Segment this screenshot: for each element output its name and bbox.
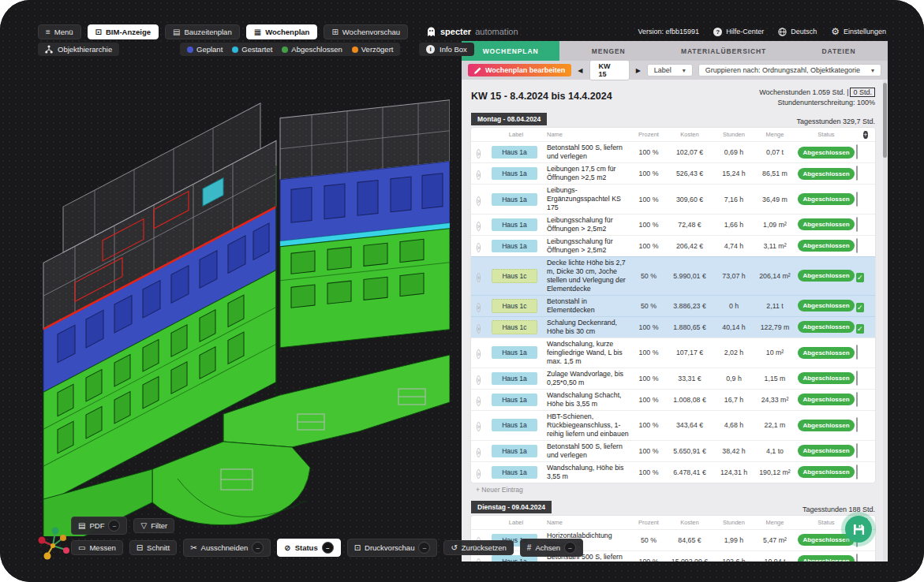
label-filter-dropdown[interactable]: Label ▾ [647,64,693,76]
row-checkbox[interactable] [856,345,858,360]
expand-row-icon[interactable]: › [477,222,481,231]
task-percent: 50 % [632,302,665,310]
task-percent: 100 % [632,196,665,203]
week-selector[interactable]: KW 15 [589,60,630,80]
axes-icon: # [527,543,532,552]
object-hierarchy-button[interactable]: Objekthierarchie [38,43,119,56]
nav-wochenvorschau[interactable]: ⊞Wochenvorschau [324,24,408,39]
table-row[interactable]: › Haus 1a Leibungen 17,5 cm für Öffnunge… [471,162,875,184]
row-checkbox[interactable]: ✓ [856,303,864,312]
expand-row-icon[interactable]: › [477,448,481,457]
messen-button[interactable]: ▭Messen [71,540,123,555]
table-row[interactable]: › Haus 1a Leibungs-Ergänzungsspachtel KS… [471,184,875,214]
add-entry-icon[interactable]: + [863,131,867,139]
table-row[interactable]: › Haus 1a Wandschalung, Höhe bis 3,55 m … [471,461,875,483]
table-row[interactable]: › Haus 1c Schalung Deckenrand, Höhe bis … [471,316,875,338]
scrollbar-thumb[interactable] [883,83,887,158]
zurücksetzen-button[interactable]: ↺Zurücksetzen [443,540,513,555]
new-entry-button[interactable]: + Neuer Eintrag [471,483,875,497]
table-row[interactable]: › Haus 1a Zulage Wandvorlage, bis 0,25*0… [471,367,875,389]
row-checkbox[interactable] [856,238,858,253]
expand-row-icon[interactable]: › [477,303,481,312]
legend-label: Abgeschlossen [291,45,342,54]
tool-option-badge[interactable]: – [252,542,264,554]
row-checkbox[interactable]: ✓ [856,273,864,282]
table-row[interactable]: › Haus 1a Leibungsschalung für Öffnungen… [471,235,875,256]
menu-button[interactable]: ≡ Menü [38,24,81,39]
tool-option-badge[interactable]: – [322,542,334,554]
settings-button[interactable]: ⚙ Einstellungen [831,26,886,37]
nav-wochenplan[interactable]: ▦Wochenplan [246,24,318,39]
expand-row-icon[interactable]: › [477,422,481,431]
table-row[interactable]: › Haus 1a Wandschalung, kurze feingliedr… [471,338,875,367]
task-percent: 100 % [632,221,665,229]
filter-button[interactable]: ▽Filter [133,518,174,533]
expand-row-icon[interactable]: › [477,170,481,180]
nav-bim-anzeige[interactable]: ⊡BIM-Anzeige [88,24,159,39]
table-row[interactable]: › Haus 1a Wandschalung Schacht, Höhe bis… [471,389,875,410]
row-checkbox[interactable] [856,417,858,432]
tool-option-badge[interactable]: – [418,542,430,554]
expand-row-icon[interactable]: › [477,324,481,334]
expand-row-icon[interactable]: › [477,149,481,159]
task-quantity: 1,15 m [754,375,796,382]
row-checkbox[interactable] [856,166,858,181]
tab-materialübersicht[interactable]: MATERIALÜBERSICHT [657,41,790,61]
row-checkbox[interactable] [856,192,858,207]
label-chip: Haus 1a [492,372,537,385]
status-legend: GeplantGestartetAbgeschlossenVerzögert [180,43,400,56]
expand-row-icon[interactable]: › [477,558,481,561]
row-checkbox[interactable] [856,443,858,458]
druckvorschau-button[interactable]: ⊡Druckvorschau– [347,539,438,557]
group-by-dropdown[interactable]: Gruppieren nach: Ordnungszahl, Objektkat… [698,64,881,76]
table-row[interactable]: › Haus 1a Betonstahl 500 S, liefern und … [471,440,875,461]
expand-row-icon[interactable]: › [477,375,481,385]
status-button[interactable]: ⊘Status– [277,539,340,557]
table-row[interactable]: › Haus 1a Betonstahl 500 S, liefern und … [471,141,875,162]
row-checkbox[interactable] [856,464,858,479]
language-button[interactable]: Deutsch [778,28,817,36]
tab-wochenplan[interactable]: WOCHENPLAN [462,41,559,61]
version-text: Version: efbb15991 [638,28,700,35]
task-quantity: 190,12 m² [754,468,796,476]
save-button[interactable] [845,516,872,543]
schnitt-button[interactable]: ⊟Schnitt [129,540,177,555]
table-row[interactable]: › Haus 1c Decke lichte Höhe bis 2,7 m, D… [471,256,875,295]
row-checkbox[interactable]: ✓ [856,324,864,334]
row-checkbox[interactable] [856,392,858,407]
tab-mengen[interactable]: MENGEN [559,41,657,61]
previous-week-button[interactable]: ◀ [577,67,583,74]
building-model[interactable] [20,43,450,536]
tool-option-badge[interactable]: – [564,542,576,554]
table-row[interactable]: › Haus 1a Leibungsschalung für Öffnungen… [471,214,875,235]
pdf-button[interactable]: ▤PDF– [71,517,127,535]
row-checkbox[interactable] [856,217,858,232]
expand-row-icon[interactable]: › [477,469,481,479]
expand-row-icon[interactable]: › [477,273,481,282]
ausschneiden-button[interactable]: ✂Ausschneiden– [183,539,271,557]
nav-bauzeitenplan[interactable]: ▤Bauzeitenplan [165,24,240,39]
next-week-button[interactable]: ▶ [635,67,642,74]
expand-row-icon[interactable]: › [477,243,481,252]
info-box-button[interactable]: i Info Box [419,43,474,56]
help-center-button[interactable]: ? Hilfe-Center [713,28,764,36]
task-quantity: 22,1 m [754,421,796,429]
task-cost: 3.886,23 € [665,302,714,310]
row-checkbox[interactable] [856,371,858,386]
table-row[interactable]: › Haus 1a HBT-Schienen, Rückbiegeanschlu… [471,410,875,440]
row-checkbox[interactable] [856,144,858,159]
col-quantity: Menge [754,519,796,526]
task-cost: 1.880,65 € [665,323,714,331]
task-hours: 0,69 h [714,148,754,156]
legend-dot-icon [187,47,193,53]
table-row[interactable]: › Haus 1c Betonstahl in Elementdecken 50… [471,295,875,316]
row-checkbox[interactable] [856,554,858,561]
expand-row-icon[interactable]: › [477,196,481,206]
task-name: Leibungsschalung für Öffnungen > 2,5m2 [541,215,632,235]
achsen-button[interactable]: #Achsen– [520,539,583,557]
tab-dateien[interactable]: DATEIEN [790,41,888,61]
tool-option-badge[interactable]: – [108,520,120,532]
expand-row-icon[interactable]: › [477,349,481,359]
expand-row-icon[interactable]: › [477,397,481,406]
edit-wochenplan-button[interactable]: Wochenplan bearbeiten [468,64,571,76]
